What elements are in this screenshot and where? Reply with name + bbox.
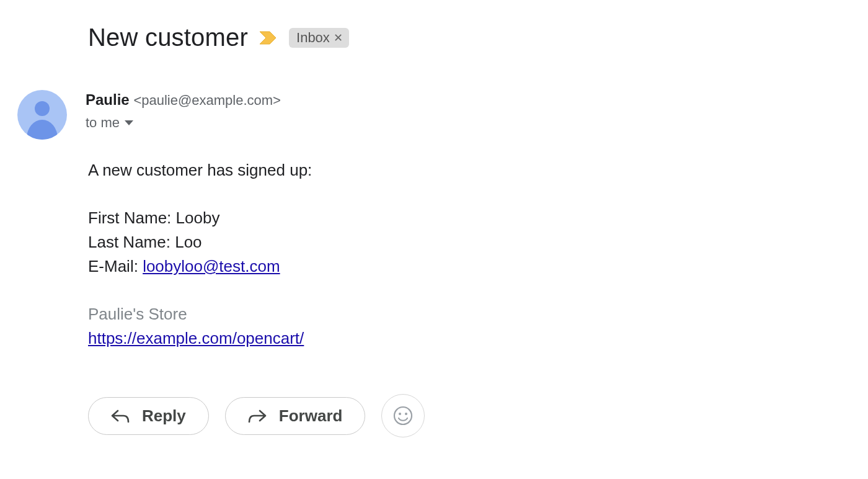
svg-point-2 <box>405 413 407 415</box>
email-body: A new customer has signed up: First Name… <box>88 158 868 351</box>
email-subject: New customer <box>88 24 248 51</box>
reply-icon <box>111 409 130 423</box>
avatar[interactable] <box>17 90 67 140</box>
forward-button[interactable]: Forward <box>225 397 366 435</box>
forward-icon <box>248 409 267 423</box>
last-name-value: Loo <box>175 233 202 251</box>
emoji-reaction-button[interactable] <box>381 394 425 437</box>
sender-name: Paulie <box>86 91 130 108</box>
last-name-label: Last Name: <box>88 233 175 251</box>
first-name-label: First Name: <box>88 208 176 227</box>
body-email: E-Mail: loobyloo@test.com <box>88 254 868 279</box>
customer-email-link[interactable]: loobyloo@test.com <box>143 257 280 275</box>
reply-label: Reply <box>142 406 186 426</box>
body-first-name: First Name: Looby <box>88 206 868 230</box>
recipient-text: to me <box>86 115 120 131</box>
label-chip-inbox[interactable]: Inbox ✕ <box>289 28 349 48</box>
important-marker-icon[interactable] <box>259 30 278 45</box>
body-last-name: Last Name: Loo <box>88 230 868 254</box>
svg-point-0 <box>394 407 412 424</box>
reply-button[interactable]: Reply <box>88 397 209 435</box>
signature-store-name: Paulie's Store <box>88 302 868 326</box>
svg-point-1 <box>399 413 401 415</box>
close-icon[interactable]: ✕ <box>334 32 343 43</box>
label-chip-text: Inbox <box>296 30 330 46</box>
sender-address: <paulie@example.com> <box>133 92 281 108</box>
body-intro: A new customer has signed up: <box>88 158 868 182</box>
chevron-down-icon <box>125 120 133 125</box>
forward-label: Forward <box>279 406 343 426</box>
first-name-value: Looby <box>176 208 220 227</box>
signature-store-link[interactable]: https://example.com/opencart/ <box>88 329 304 347</box>
recipient-dropdown[interactable]: to me <box>86 115 281 131</box>
smiley-icon <box>392 405 414 427</box>
email-label: E-Mail: <box>88 257 143 275</box>
sender-line: Paulie <paulie@example.com> <box>86 91 281 109</box>
